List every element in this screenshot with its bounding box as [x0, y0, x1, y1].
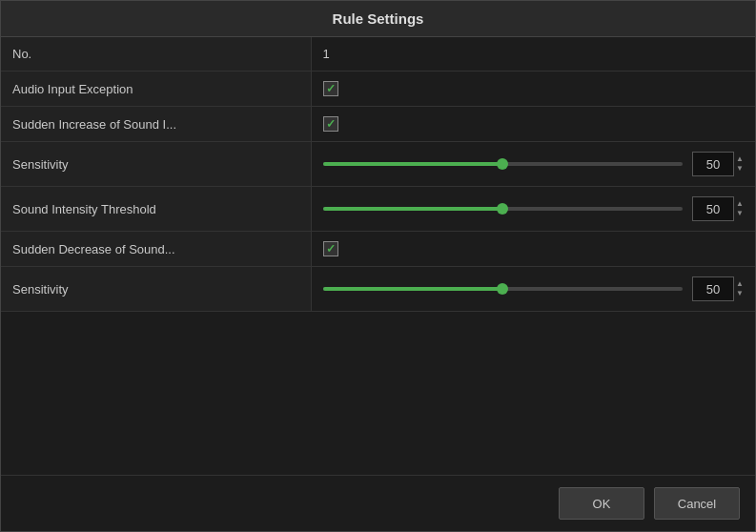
- table-row: Audio Input Exception: [1, 72, 755, 107]
- dialog-title: Rule Settings: [1, 1, 755, 37]
- checkbox-1[interactable]: [323, 81, 338, 96]
- table-row: Sudden Decrease of Sound...: [1, 232, 755, 267]
- row-label-0: No.: [1, 37, 311, 72]
- spinner-up[interactable]: ▲: [736, 154, 744, 164]
- slider-container-4: 50▲▼: [323, 196, 745, 221]
- slider-thumb-6[interactable]: [497, 283, 508, 295]
- spinner-down[interactable]: ▼: [736, 164, 744, 174]
- checkbox-5[interactable]: [323, 241, 338, 256]
- row-value-6[interactable]: 50▲▼: [311, 267, 755, 312]
- row-label-6: Sensitivity: [1, 267, 311, 312]
- settings-table: No.1Audio Input ExceptionSudden Increase…: [1, 37, 755, 312]
- value-with-spinner-4: 50▲▼: [692, 196, 744, 221]
- spinner-down[interactable]: ▼: [736, 289, 744, 298]
- row-value-2[interactable]: [311, 107, 755, 142]
- slider-value-4: 50: [692, 196, 734, 221]
- slider-value-3: 50: [692, 152, 734, 176]
- row-label-3: Sensitivity: [1, 142, 311, 187]
- spinner-arrows-3[interactable]: ▲▼: [736, 154, 744, 174]
- ok-button[interactable]: OK: [559, 487, 644, 520]
- spinner-arrows-4[interactable]: ▲▼: [736, 199, 744, 218]
- row-label-1: Audio Input Exception: [1, 72, 311, 107]
- slider-thumb-3[interactable]: [497, 158, 508, 170]
- table-row: No.1: [1, 37, 755, 72]
- row-value-3[interactable]: 50▲▼: [311, 142, 755, 187]
- dialog-body: No.1Audio Input ExceptionSudden Increase…: [1, 37, 755, 475]
- slider-track-6[interactable]: [323, 287, 684, 291]
- table-row: Sensitivity50▲▼: [1, 267, 755, 312]
- cancel-button[interactable]: Cancel: [654, 487, 740, 520]
- table-row: Sudden Increase of Sound I...: [1, 107, 755, 142]
- slider-container-6: 50▲▼: [323, 276, 745, 301]
- row-value-0: 1: [311, 37, 755, 72]
- slider-fill-6: [323, 287, 503, 291]
- row-number-0: 1: [323, 47, 330, 61]
- spinner-arrows-6[interactable]: ▲▼: [736, 279, 744, 298]
- slider-fill-3: [323, 162, 503, 166]
- checkbox-2[interactable]: [323, 116, 338, 132]
- spinner-up[interactable]: ▲: [736, 279, 744, 289]
- row-label-2: Sudden Increase of Sound I...: [1, 107, 311, 142]
- value-with-spinner-3: 50▲▼: [692, 152, 744, 176]
- spinner-up[interactable]: ▲: [736, 199, 744, 209]
- slider-track-4[interactable]: [323, 207, 684, 211]
- slider-fill-4: [323, 207, 503, 211]
- row-value-5[interactable]: [311, 232, 755, 267]
- row-label-4: Sound Intensity Threshold: [1, 187, 311, 232]
- row-value-4[interactable]: 50▲▼: [311, 187, 755, 232]
- row-value-1[interactable]: [311, 72, 755, 107]
- slider-value-6: 50: [692, 276, 734, 301]
- table-row: Sound Intensity Threshold50▲▼: [1, 187, 755, 232]
- slider-container-3: 50▲▼: [323, 152, 745, 176]
- row-label-5: Sudden Decrease of Sound...: [1, 232, 311, 267]
- table-row: Sensitivity50▲▼: [1, 142, 755, 187]
- dialog-footer: OK Cancel: [1, 475, 755, 531]
- rule-settings-dialog: Rule Settings No.1Audio Input ExceptionS…: [0, 0, 756, 532]
- spinner-down[interactable]: ▼: [736, 209, 744, 218]
- slider-track-3[interactable]: [323, 162, 684, 166]
- value-with-spinner-6: 50▲▼: [692, 276, 744, 301]
- slider-thumb-4[interactable]: [497, 203, 508, 215]
